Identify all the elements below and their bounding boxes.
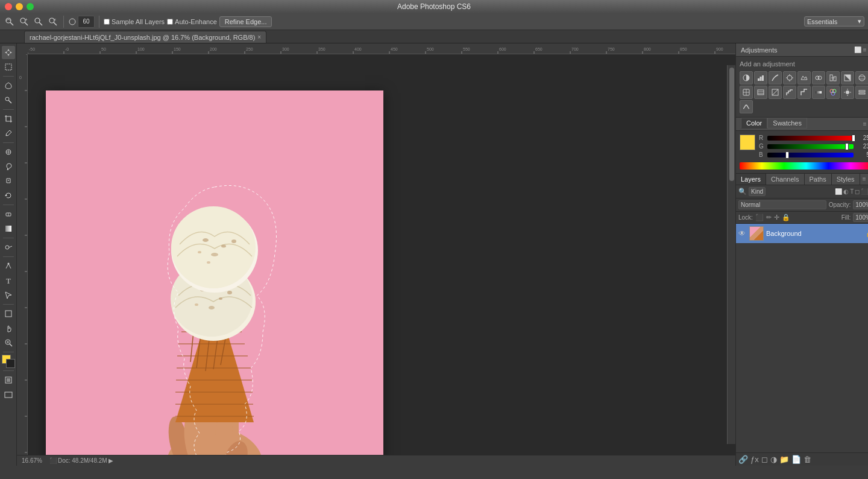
tab-swatches[interactable]: Swatches bbox=[767, 118, 807, 128]
brush-tool[interactable] bbox=[2, 160, 15, 173]
tab-styles[interactable]: Styles bbox=[832, 174, 860, 185]
photo-filter-adj[interactable] bbox=[855, 71, 868, 84]
filter-type-icon[interactable]: T bbox=[850, 188, 854, 195]
exposure-adj[interactable] bbox=[783, 71, 796, 84]
layer-item-background[interactable]: 👁 Background 🔒 bbox=[736, 224, 868, 243]
vibrance-adj[interactable] bbox=[797, 71, 811, 84]
filter-kind-dropdown[interactable]: Kind bbox=[749, 187, 766, 196]
history-brush-tool[interactable] bbox=[2, 189, 15, 202]
invert-adj[interactable] bbox=[769, 86, 782, 99]
quick-selection-tool[interactable] bbox=[4, 16, 16, 28]
doc-tab-close[interactable]: × bbox=[257, 34, 261, 40]
hsl-adj2[interactable] bbox=[855, 86, 868, 99]
opacity-input[interactable]: 100% bbox=[853, 200, 868, 209]
zoom-tool[interactable] bbox=[2, 336, 15, 349]
document-tab[interactable]: rachael-gorjestani-HLt6jQLf_J0-unsplash.… bbox=[24, 31, 266, 43]
canvas-viewport[interactable] bbox=[28, 54, 735, 455]
gradient-tool[interactable] bbox=[2, 222, 15, 235]
vertical-scrollbar-thumb[interactable] bbox=[729, 68, 734, 181]
text-tool[interactable]: T bbox=[2, 274, 15, 287]
tab-color[interactable]: Color bbox=[741, 118, 767, 128]
levels-adj[interactable] bbox=[754, 71, 767, 84]
dodge-tool[interactable] bbox=[2, 241, 15, 254]
green-slider-thumb[interactable] bbox=[845, 143, 849, 150]
sample-all-layers-checkbox[interactable] bbox=[104, 19, 110, 25]
tab-paths[interactable]: Paths bbox=[805, 174, 832, 185]
add-selection-tool[interactable]: + bbox=[18, 16, 30, 28]
posterize-adj[interactable] bbox=[783, 86, 796, 99]
lock-transparent-btn[interactable]: ⬛ bbox=[755, 214, 764, 221]
lock-pixel-btn[interactable]: ✏ bbox=[766, 214, 772, 221]
color-balance-adj[interactable] bbox=[826, 71, 840, 84]
layer-link-btn[interactable]: 🔗 bbox=[738, 455, 748, 464]
refine-edge-button[interactable]: Refine Edge... bbox=[219, 16, 272, 27]
adjustments-menu-icon[interactable]: ≡ bbox=[863, 46, 867, 53]
color-preview-swatch[interactable] bbox=[740, 135, 755, 150]
move-tool[interactable] bbox=[2, 46, 15, 59]
quick-mask-tool[interactable] bbox=[2, 373, 15, 387]
gradient-map-adj[interactable] bbox=[812, 86, 825, 99]
crop-tool[interactable] bbox=[2, 112, 15, 125]
layer-delete-btn[interactable]: 🗑 bbox=[804, 455, 811, 464]
tab-channels[interactable]: Channels bbox=[766, 174, 804, 185]
screen-mode-tool[interactable] bbox=[2, 388, 15, 401]
threshold-adj[interactable] bbox=[797, 86, 811, 99]
lasso-tool[interactable] bbox=[2, 79, 15, 92]
healing-brush-tool[interactable] bbox=[2, 145, 15, 159]
channel-mixer-adj[interactable] bbox=[740, 86, 753, 99]
tab-layers[interactable]: Layers bbox=[736, 174, 766, 185]
color-spectrum-bar[interactable] bbox=[740, 162, 868, 170]
layer-mask-btn[interactable]: ◻ bbox=[761, 455, 768, 464]
marquee-tool[interactable] bbox=[2, 60, 15, 74]
subtract-selection-tool[interactable]: - bbox=[33, 16, 45, 28]
maximize-button[interactable] bbox=[27, 3, 34, 10]
eyedropper-tool[interactable] bbox=[2, 127, 15, 140]
green-slider-track[interactable] bbox=[767, 144, 854, 149]
quick-select-tool-sidebar[interactable] bbox=[2, 94, 15, 107]
doc-status[interactable]: ⬛ Doc: 48.2M/48.2M ▶ bbox=[49, 457, 113, 464]
blend-mode-dropdown[interactable]: Normal bbox=[738, 200, 826, 209]
shape-tool[interactable] bbox=[2, 307, 15, 320]
lock-all-btn[interactable]: 🔒 bbox=[782, 214, 790, 221]
filter-pixel-icon[interactable]: ⬜ bbox=[835, 188, 842, 195]
color-picker[interactable] bbox=[2, 355, 15, 368]
blue-slider-track[interactable] bbox=[767, 153, 854, 157]
eraser-tool[interactable] bbox=[2, 208, 15, 221]
layer-fx-btn[interactable]: ƒx bbox=[750, 455, 759, 464]
color-panel-menu[interactable]: ≡ bbox=[863, 121, 867, 127]
hand-tool[interactable] bbox=[2, 322, 15, 335]
filter-adj-icon[interactable]: ◐ bbox=[843, 188, 849, 195]
filter-smart-icon[interactable]: ⬛ bbox=[861, 188, 868, 195]
curves-adj[interactable] bbox=[769, 71, 782, 84]
layers-panel-menu[interactable]: ≡ bbox=[860, 174, 868, 185]
red-slider-track[interactable] bbox=[767, 136, 854, 141]
black-white-adj[interactable] bbox=[841, 71, 854, 84]
adjustments-expand-icon[interactable]: ⬜ bbox=[854, 46, 861, 53]
curves-adj2[interactable] bbox=[740, 100, 753, 113]
essentials-dropdown[interactable]: Essentials ▾ bbox=[804, 16, 864, 27]
filter-shape-icon[interactable]: ◻ bbox=[855, 188, 860, 195]
clone-stamp-tool[interactable] bbox=[2, 174, 15, 188]
brush-size-input[interactable]: 60 bbox=[78, 16, 95, 28]
intersect-selection-tool[interactable]: × bbox=[47, 16, 59, 28]
fill-input[interactable]: 100% bbox=[853, 213, 868, 222]
path-select-tool[interactable] bbox=[2, 288, 15, 302]
minimize-button[interactable] bbox=[16, 3, 23, 10]
layer-adjustment-btn[interactable]: ◑ bbox=[770, 455, 777, 464]
brightness-contrast-adj[interactable] bbox=[740, 71, 753, 84]
color-lookup-adj[interactable] bbox=[754, 86, 767, 99]
layer-new-btn[interactable]: 📄 bbox=[791, 455, 801, 464]
vertical-scrollbar[interactable] bbox=[727, 65, 735, 444]
pen-tool[interactable] bbox=[2, 259, 15, 273]
background-color[interactable] bbox=[6, 359, 15, 368]
blue-slider-thumb[interactable] bbox=[785, 151, 789, 159]
auto-enhance-checkbox[interactable] bbox=[167, 19, 173, 25]
close-button[interactable] bbox=[5, 3, 12, 10]
hue-saturation-adj[interactable] bbox=[812, 71, 825, 84]
red-slider-thumb[interactable] bbox=[852, 135, 855, 142]
lock-position-btn[interactable]: ✛ bbox=[774, 214, 779, 221]
layer-group-btn[interactable]: 📁 bbox=[779, 455, 789, 464]
selective-color-adj[interactable] bbox=[826, 86, 840, 99]
brightness-adj2[interactable] bbox=[841, 86, 854, 99]
layer-visibility-icon[interactable]: 👁 bbox=[738, 229, 747, 238]
